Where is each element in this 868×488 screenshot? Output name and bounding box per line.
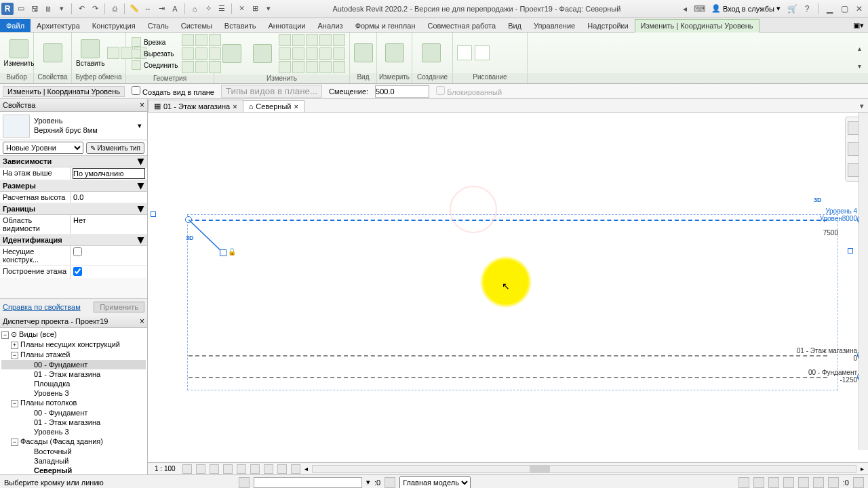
tree-fp-0[interactable]: 00 - Фундамент [1,360,146,369]
offset-input[interactable] [375,85,429,98]
tab-annotate[interactable]: Аннотации [262,19,312,32]
move-button[interactable] [218,35,246,73]
modify-tool-icon[interactable] [292,47,304,60]
group-constraints[interactable]: Зависимости⯆ [0,156,147,167]
tree-fp-2[interactable]: Площадка [1,379,146,388]
qat-align-icon[interactable]: ↔ [142,3,154,15]
modify-tool-icon[interactable] [319,47,332,60]
properties-close-icon[interactable]: × [140,100,144,110]
tag-3d[interactable]: 3D [186,235,194,241]
tab-addins[interactable]: Надстройки [581,19,634,32]
tab-structure[interactable]: Конструкция [86,19,142,32]
hide-icon[interactable] [264,464,273,474]
shadows-icon[interactable] [223,464,233,474]
tab-close-icon[interactable]: × [233,102,237,110]
crop-view-icon[interactable] [237,464,246,474]
visual-style-icon[interactable] [196,464,205,474]
tree-el-2[interactable]: Северный [1,466,146,474]
geom-tool-icon[interactable] [182,34,194,46]
filter-selection-icon[interactable] [853,477,864,488]
reveal-icon[interactable] [291,464,300,474]
paste-button[interactable]: Вставить [76,34,104,72]
sb-icon[interactable] [768,477,779,488]
join-button[interactable]: Соединить [130,60,179,70]
draw-line-icon[interactable] [457,45,472,60]
geom-tool-icon[interactable] [195,61,208,73]
create-button[interactable] [416,34,446,72]
maximize-button[interactable]: ▢ [838,3,850,15]
ribbon-scroll-up-icon[interactable]: ▴ [853,42,865,54]
tag-3d[interactable]: 3D [814,197,822,203]
tab-systems[interactable]: Системы [175,19,218,32]
type-selector[interactable]: Уровень Верхний брус 8мм ▾ [0,112,147,140]
qat-sync-icon[interactable]: ▾ [56,3,68,15]
modify-tool-icon[interactable] [279,34,291,46]
qat-dim-icon[interactable]: ⇥ [155,3,167,15]
tree-cp-1[interactable]: 01 - Этаж магазина [1,418,146,427]
qat-close-icon[interactable]: ⨯ [235,3,248,15]
prop-story-checkbox[interactable] [73,267,82,276]
signin-button[interactable]: 👤 Вход в службы ▾ [709,4,783,13]
keyboard-icon[interactable]: ⌨ [694,3,706,15]
properties-help-link[interactable]: Справка по свойствам [3,303,81,311]
minimize-button[interactable]: ▁ [823,3,835,15]
modify-tool-icon[interactable] [319,34,332,46]
modify-tool-icon[interactable] [279,61,291,73]
tab-view[interactable]: Вид [502,19,528,32]
geom-tool-icon[interactable] [195,34,208,46]
instance-selector[interactable]: Новые Уровни [3,142,83,154]
type-dropdown-icon[interactable]: ▾ [135,121,144,130]
modify-tool-icon[interactable] [306,61,318,73]
app-store-icon[interactable]: 🛒 [786,3,798,15]
modify-tool-icon[interactable] [292,34,304,46]
geom-tool-icon[interactable] [182,61,194,73]
tree-el-0[interactable]: Восточный [1,447,146,456]
modify-tool-icon[interactable] [319,61,332,73]
sb-icon[interactable] [738,477,749,488]
modify-tool-icon[interactable] [306,47,318,60]
ribbon-collapse-icon[interactable]: ▣▾ [849,19,868,32]
view-panel-button[interactable] [354,34,373,72]
level-drag-handle[interactable] [220,249,226,256]
group-identity[interactable]: Идентификация⯆ [0,235,147,246]
qat-3d-icon[interactable]: ⌂ [189,3,201,15]
edit-type-button[interactable]: ✎ Изменить тип [86,142,144,154]
tree-cp-0[interactable]: 00 - Фундамент [1,408,146,418]
tab-file[interactable]: Файл [0,19,31,32]
drawing-canvas[interactable]: 🔓 3D 3D Уровень 4 Уровен8000 7500 ↖ 01 -… [148,113,868,462]
level-line-selected[interactable] [189,220,827,221]
close-button[interactable]: ✕ [853,3,865,15]
status-search-input[interactable] [254,477,362,488]
tab-analyze[interactable]: Анализ [311,19,349,32]
tree-structural-plans[interactable]: +Планы несущих конструкций [1,340,146,350]
select-links-icon[interactable] [239,477,250,488]
view-tab-elevation[interactable]: ⌂ Северный × [243,100,304,112]
lock-icon[interactable]: 🔓 [228,248,236,256]
apply-button[interactable]: Применить [94,302,144,312]
help-icon[interactable]: ? [801,3,813,15]
horizontal-scrollbar[interactable] [312,465,856,473]
view-tabs-menu-icon[interactable]: ▾ [856,100,868,112]
crop-handle[interactable] [151,211,156,217]
qat-switch-icon[interactable]: ⊞ [249,3,261,15]
prop-story-above-input[interactable] [73,168,145,179]
view-scale[interactable]: 1 : 100 [152,465,178,472]
search-icon[interactable]: ◂ [679,3,691,15]
level-label-store[interactable]: 01 - Этаж магазина0 [797,347,857,362]
modify-tool-button[interactable]: Изменить [4,34,34,72]
tree-fp-3[interactable]: Уровень 3 [1,388,146,398]
create-view-checkbox[interactable]: Создать вид в плане [132,86,214,96]
group-dimensions[interactable]: Размеры⯆ [0,180,147,192]
qat-more-icon[interactable]: ▾ [262,3,275,15]
qat-measure-icon[interactable]: 📏 [128,3,140,15]
crop-handle[interactable] [848,248,853,253]
modify-tool-icon[interactable] [279,47,291,60]
vrezka-button[interactable]: Врезка [130,37,179,47]
isolate-icon[interactable] [277,464,287,474]
geom-tool-icon[interactable] [182,47,194,60]
cut-icon[interactable] [107,47,119,59]
prop-scope-value[interactable]: Нет [71,215,147,234]
tree-elevations[interactable]: −Фасады (Фасад здания) [1,436,146,447]
sb-icon[interactable] [828,477,839,488]
level-line[interactable] [189,355,827,357]
